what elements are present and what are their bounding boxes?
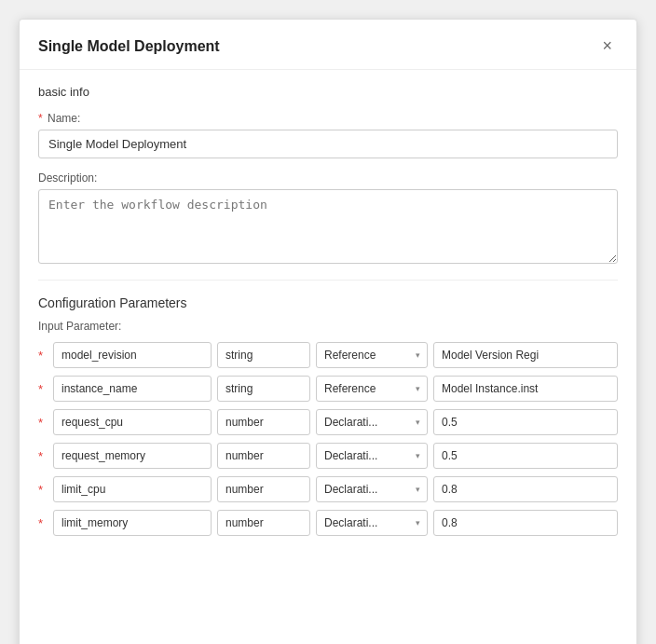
- param-value-input[interactable]: [433, 510, 618, 536]
- param-required-star: *: [38, 483, 48, 497]
- input-param-label: Input Parameter:: [38, 320, 618, 333]
- param-source-type-select[interactable]: ReferenceDeclarati...: [316, 342, 428, 368]
- param-value-input[interactable]: [433, 376, 618, 402]
- param-row: *ReferenceDeclarati...▾: [38, 476, 618, 502]
- param-source-type-select[interactable]: ReferenceDeclarati...: [316, 443, 428, 469]
- dialog: Single Model Deployment × basic info * N…: [19, 19, 637, 644]
- param-type-input[interactable]: [217, 376, 310, 402]
- param-source-type-wrapper: ReferenceDeclarati...▾: [316, 409, 428, 435]
- param-required-star: *: [38, 449, 48, 463]
- param-row: *ReferenceDeclarati...▾: [38, 376, 618, 402]
- description-textarea[interactable]: [38, 189, 618, 264]
- param-required-star: *: [38, 416, 48, 430]
- param-source-type-select[interactable]: ReferenceDeclarati...: [316, 476, 428, 502]
- param-name-input[interactable]: [53, 510, 212, 536]
- param-name-input[interactable]: [53, 476, 212, 502]
- param-source-type-select[interactable]: ReferenceDeclarati...: [316, 510, 428, 536]
- param-name-input[interactable]: [53, 443, 212, 469]
- param-row: *ReferenceDeclarati...▾: [38, 510, 618, 536]
- param-type-input[interactable]: [217, 342, 310, 368]
- name-label: * Name:: [38, 112, 618, 125]
- param-row: *ReferenceDeclarati...▾: [38, 409, 618, 435]
- param-rows-container: *ReferenceDeclarati...▾*ReferenceDeclara…: [38, 342, 618, 536]
- name-label-text: Name:: [48, 112, 80, 125]
- param-type-input[interactable]: [217, 510, 310, 536]
- param-source-type-wrapper: ReferenceDeclarati...▾: [316, 476, 428, 502]
- name-field-group: * Name:: [38, 112, 618, 158]
- param-name-input[interactable]: [53, 376, 212, 402]
- description-field-group: Description:: [38, 171, 618, 267]
- basic-info-label: basic info: [38, 85, 618, 99]
- dialog-header: Single Model Deployment ×: [20, 20, 636, 70]
- param-value-input[interactable]: [433, 342, 618, 368]
- param-type-input[interactable]: [217, 476, 310, 502]
- param-required-star: *: [38, 516, 48, 530]
- dialog-title: Single Model Deployment: [38, 38, 220, 55]
- param-type-input[interactable]: [217, 409, 310, 435]
- config-section-label: Configuration Parameters: [38, 295, 618, 310]
- param-source-type-wrapper: ReferenceDeclarati...▾: [316, 443, 428, 469]
- param-value-input[interactable]: [433, 409, 618, 435]
- param-name-input[interactable]: [53, 342, 212, 368]
- dialog-body: basic info * Name: Description: Configur…: [20, 70, 636, 644]
- close-button[interactable]: ×: [596, 34, 618, 58]
- param-source-type-select[interactable]: ReferenceDeclarati...: [316, 376, 428, 402]
- section-divider: [38, 280, 618, 281]
- param-source-type-wrapper: ReferenceDeclarati...▾: [316, 342, 428, 368]
- param-type-input[interactable]: [217, 443, 310, 469]
- param-name-input[interactable]: [53, 409, 212, 435]
- param-value-input[interactable]: [433, 476, 618, 502]
- param-required-star: *: [38, 382, 48, 396]
- param-required-star: *: [38, 349, 48, 363]
- description-label: Description:: [38, 171, 618, 185]
- param-source-type-wrapper: ReferenceDeclarati...▾: [316, 510, 428, 536]
- param-source-type-wrapper: ReferenceDeclarati...▾: [316, 376, 428, 402]
- param-row: *ReferenceDeclarati...▾: [38, 443, 618, 469]
- name-input[interactable]: [38, 130, 618, 158]
- param-source-type-select[interactable]: ReferenceDeclarati...: [316, 409, 428, 435]
- param-row: *ReferenceDeclarati...▾: [38, 342, 618, 368]
- param-value-input[interactable]: [433, 443, 618, 469]
- name-required-star: *: [38, 112, 43, 125]
